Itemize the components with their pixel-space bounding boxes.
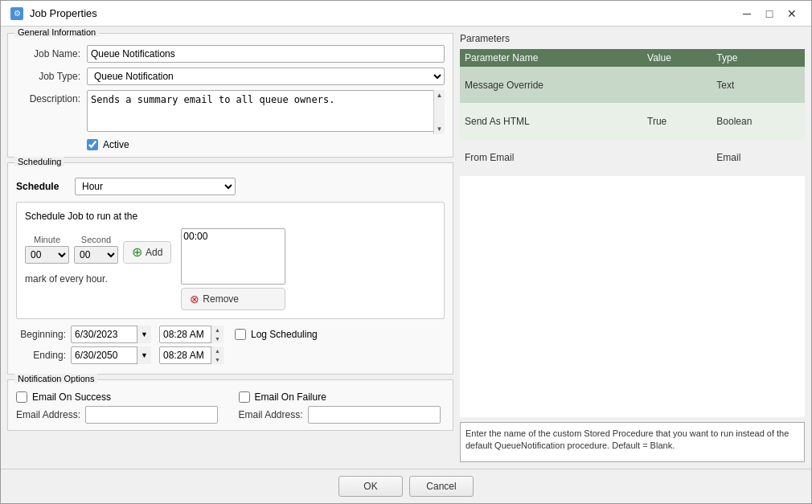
description-textarea[interactable]: Sends a summary email to all queue owner… bbox=[87, 90, 445, 132]
job-type-row: Job Type: Queue Notification bbox=[16, 68, 445, 85]
table-row[interactable]: Send As HTML True Boolean bbox=[460, 103, 805, 139]
beginning-time-spinner: ▲ ▼ bbox=[211, 326, 224, 343]
table-empty-cell bbox=[460, 176, 805, 417]
job-type-label: Job Type: bbox=[16, 71, 80, 82]
email-failure-address-row: Email Address: bbox=[239, 406, 445, 424]
scroll-down-icon[interactable]: ▼ bbox=[437, 125, 443, 133]
ending-row: Ending: ▼ ▲ ▼ bbox=[16, 346, 445, 364]
table-empty-row bbox=[460, 176, 805, 417]
email-success-label: Email On Success bbox=[32, 391, 111, 403]
job-name-row: Job Name: bbox=[16, 45, 445, 63]
param-value-cell bbox=[642, 67, 712, 103]
col-type: Type bbox=[712, 49, 805, 67]
scroll-up-icon[interactable]: ▲ bbox=[437, 92, 443, 99]
notification-content: Email On Success Email Address: Email On… bbox=[16, 391, 445, 424]
remove-icon: ⊗ bbox=[190, 293, 199, 305]
minute-label: Minute bbox=[34, 235, 60, 244]
left-panel: General Information Job Name: Job Type: … bbox=[7, 33, 453, 462]
email-failure-label: Email On Failure bbox=[255, 391, 326, 403]
minimize-button[interactable]: ─ bbox=[737, 6, 757, 22]
col-param-name: Parameter Name bbox=[460, 49, 642, 67]
table-row[interactable]: From Email Email bbox=[460, 140, 805, 176]
ending-time-up[interactable]: ▲ bbox=[211, 346, 224, 355]
close-button[interactable]: ✕ bbox=[782, 6, 802, 22]
left-controls: Minute 00 01 05 10 15 30 bbox=[25, 228, 171, 285]
job-properties-window: ⚙ Job Properties ─ □ ✕ General Informati… bbox=[0, 0, 812, 504]
scheduling-section-title: Scheduling bbox=[14, 157, 64, 166]
schedule-controls-main: Minute 00 01 05 10 15 30 bbox=[25, 228, 436, 310]
schedule-label: Schedule bbox=[16, 181, 68, 192]
minute-select[interactable]: 00 01 05 10 15 30 bbox=[25, 246, 69, 264]
minute-second-row: Minute 00 01 05 10 15 30 bbox=[25, 228, 171, 264]
title-bar-left: ⚙ Job Properties bbox=[10, 7, 97, 20]
email-failure-row: Email On Failure bbox=[239, 391, 445, 403]
email-success-row: Email On Success bbox=[16, 391, 223, 403]
email-failure-address-input[interactable] bbox=[308, 406, 441, 424]
email-address-label-1: Email Address: bbox=[16, 409, 80, 420]
param-name-cell: From Email bbox=[460, 140, 642, 176]
params-thead: Parameter Name Value Type bbox=[460, 49, 805, 67]
beginning-time-down[interactable]: ▼ bbox=[211, 334, 224, 343]
ending-date-wrapper: ▼ bbox=[71, 346, 151, 364]
beginning-cal-button[interactable]: ▼ bbox=[137, 326, 151, 343]
add-button[interactable]: ⊕ Add bbox=[123, 241, 171, 264]
second-select[interactable]: 00 01 05 10 15 30 bbox=[74, 246, 118, 264]
job-name-input[interactable] bbox=[87, 45, 445, 63]
schedule-inner-box: Schedule Job to run at the Minute 00 01 bbox=[16, 202, 445, 319]
beginning-row: Beginning: ▼ ▲ ▼ Log Schedul bbox=[16, 326, 445, 343]
ending-cal-button[interactable]: ▼ bbox=[137, 346, 151, 364]
beginning-date-wrapper: ▼ bbox=[71, 326, 151, 343]
log-scheduling-row: Log Scheduling bbox=[235, 329, 318, 340]
bottom-bar: OK Cancel bbox=[1, 469, 811, 503]
description-wrapper: Sends a summary email to all queue owner… bbox=[87, 90, 445, 134]
col-value: Value bbox=[642, 49, 712, 67]
time-list[interactable]: 00:00 bbox=[181, 228, 285, 285]
add-icon: ⊕ bbox=[132, 246, 142, 259]
job-type-select[interactable]: Queue Notification bbox=[87, 68, 445, 85]
mark-text: mark of every hour. bbox=[25, 273, 108, 285]
email-success-address-input[interactable] bbox=[85, 406, 218, 424]
notification-section-title: Notification Options bbox=[14, 374, 97, 383]
ending-time-spinner: ▲ ▼ bbox=[211, 346, 224, 364]
time-list-section: 00:00 ⊗ Remove bbox=[181, 228, 285, 310]
active-checkbox[interactable] bbox=[87, 139, 98, 150]
remove-label: Remove bbox=[203, 293, 239, 305]
time-entry[interactable]: 00:00 bbox=[183, 231, 283, 242]
ending-time-down[interactable]: ▼ bbox=[211, 355, 224, 364]
mark-text-wrapper: mark of every hour. bbox=[25, 273, 171, 285]
beginning-label: Beginning: bbox=[16, 329, 66, 340]
params-hint-box: Enter the name of the custom Stored Proc… bbox=[460, 422, 805, 462]
param-value-cell bbox=[642, 140, 712, 176]
params-container: Parameter Name Value Type Message Overri… bbox=[460, 49, 805, 417]
email-address-label-2: Email Address: bbox=[239, 409, 303, 420]
params-hint-text: Enter the name of the custom Stored Proc… bbox=[465, 428, 789, 450]
param-name-cell: Send As HTML bbox=[460, 103, 642, 139]
table-row[interactable]: Message Override Text bbox=[460, 67, 805, 103]
minute-group: Minute 00 01 05 10 15 30 bbox=[25, 235, 69, 264]
param-type-cell: Boolean bbox=[712, 103, 805, 139]
remove-button[interactable]: ⊗ Remove bbox=[181, 288, 285, 310]
notif-failure-col: Email On Failure Email Address: bbox=[239, 391, 445, 424]
log-scheduling-checkbox[interactable] bbox=[235, 329, 246, 340]
email-success-address-row: Email Address: bbox=[16, 406, 223, 424]
cancel-button[interactable]: Cancel bbox=[409, 476, 474, 497]
description-row: Description: Sends a summary email to al… bbox=[16, 90, 445, 134]
notification-group: Notification Options Email On Success Em… bbox=[7, 379, 453, 431]
right-panel: Parameters Parameter Name Value Type bbox=[460, 33, 805, 462]
title-controls: ─ □ ✕ bbox=[737, 6, 802, 22]
main-content: General Information Job Name: Job Type: … bbox=[1, 27, 811, 469]
general-section-title: General Information bbox=[14, 27, 99, 37]
active-row: Active bbox=[87, 139, 445, 150]
window-icon: ⚙ bbox=[10, 7, 23, 20]
email-failure-checkbox[interactable] bbox=[239, 391, 250, 403]
email-success-checkbox[interactable] bbox=[16, 391, 27, 403]
params-table: Parameter Name Value Type Message Overri… bbox=[460, 49, 805, 417]
ok-button[interactable]: OK bbox=[338, 476, 403, 497]
schedule-type-select[interactable]: Minute Hour Day Week Month bbox=[75, 178, 236, 195]
maximize-button[interactable]: □ bbox=[760, 6, 779, 22]
beginning-time-up[interactable]: ▲ bbox=[211, 326, 224, 334]
job-name-label: Job Name: bbox=[16, 48, 80, 59]
schedule-type-row: Schedule Minute Hour Day Week Month bbox=[16, 178, 445, 195]
active-label: Active bbox=[103, 139, 129, 150]
param-type-cell: Email bbox=[712, 140, 805, 176]
